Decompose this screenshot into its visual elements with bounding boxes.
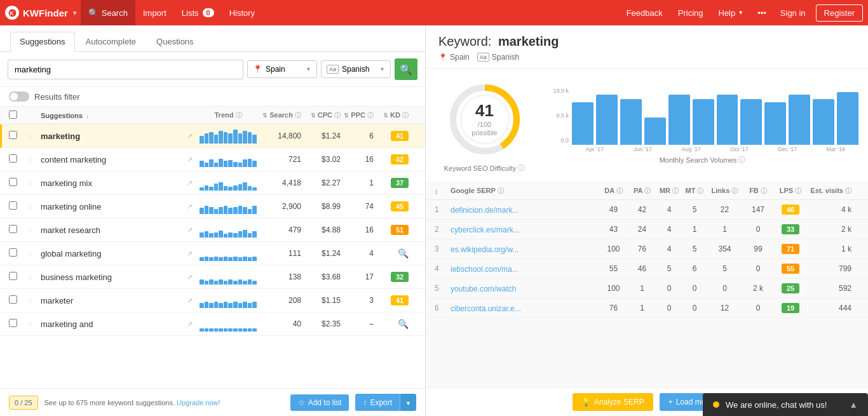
search-button[interactable]: 🔍 <box>395 58 417 80</box>
row-arrow[interactable]: ↗ <box>187 226 200 234</box>
nav-import[interactable]: Import <box>135 0 174 25</box>
serp-cell-mr: 5 <box>656 264 682 273</box>
tab-autocomplete[interactable]: Autocomplete <box>76 32 146 51</box>
nav-history[interactable]: History <box>222 0 262 25</box>
row-arrow[interactable]: ↗ <box>187 320 200 328</box>
table-row[interactable]: ☆ market research ↗ 479 <box>0 218 425 242</box>
serp-site-link[interactable]: es.wikipedia.org/w... <box>451 245 519 254</box>
row-star[interactable]: ☆ <box>27 225 41 235</box>
row-arrow[interactable]: ↗ <box>187 132 200 140</box>
serp-th-fb[interactable]: FB ⓘ <box>742 187 774 196</box>
nav-more[interactable]: ••• <box>751 0 773 25</box>
table-row[interactable]: ☆ business marketing ↗ 138 <box>0 265 425 289</box>
keyword-language-label: Spanish <box>492 53 519 62</box>
chart-info-icon[interactable]: ⓘ <box>738 155 745 164</box>
row-checkbox[interactable] <box>9 131 17 139</box>
nav-help[interactable]: Help ▼ <box>711 0 752 25</box>
tab-suggestions[interactable]: Suggestions <box>10 32 75 52</box>
th-suggestions[interactable]: Suggestions ↓ <box>41 112 200 119</box>
serp-site-link[interactable]: cyberclick.es/mark... <box>451 225 520 234</box>
nav-search[interactable]: 🔍 Search <box>81 0 135 25</box>
nav-lists[interactable]: Lists 0 <box>174 0 222 25</box>
serp-site-link[interactable]: definicion.de/mark... <box>451 206 519 215</box>
row-checkbox[interactable] <box>9 248 17 257</box>
serp-row[interactable]: 5 youtube.com/watch 100 1 0 0 0 2 k 25 5… <box>426 279 868 299</box>
chat-widget[interactable]: We are online, chat with us! ▲ <box>703 393 868 416</box>
serp-th-da[interactable]: DA ⓘ <box>599 187 628 196</box>
serp-th-links[interactable]: Links ⓘ <box>707 187 742 196</box>
serp-site-link[interactable]: ciberconta.unizar.e... <box>451 304 521 313</box>
table-row[interactable]: ☆ marketing and ↗ 40 <box>0 312 425 336</box>
serp-site-link[interactable]: youtube.com/watch <box>451 285 516 293</box>
th-checkbox[interactable] <box>9 111 27 120</box>
select-all-checkbox[interactable] <box>9 111 17 119</box>
row-star[interactable]: ☆ <box>27 319 41 329</box>
serp-row[interactable]: 6 ciberconta.unizar.e... 76 1 0 0 12 0 1… <box>426 299 868 318</box>
add-to-list-button[interactable]: ☆ Add to list <box>290 394 349 411</box>
serp-cell-pa: 24 <box>628 225 656 234</box>
serp-row[interactable]: 2 cyberclick.es/mark... 43 24 4 1 1 0 33… <box>426 220 868 239</box>
row-star[interactable]: ☆ <box>27 155 41 164</box>
signin-button[interactable]: Sign in <box>773 0 813 25</box>
row-star[interactable]: ☆ <box>27 296 41 305</box>
register-button[interactable]: Register <box>816 4 863 22</box>
serp-row[interactable]: 3 es.wikipedia.org/w... 100 76 4 5 354 9… <box>426 239 868 259</box>
row-star[interactable]: ☆ <box>27 131 41 141</box>
export-dropdown-button[interactable]: ▼ <box>400 394 416 411</box>
row-arrow[interactable]: ↗ <box>187 297 200 305</box>
row-checkbox[interactable] <box>9 154 17 163</box>
serp-th-mt[interactable]: MT ⓘ <box>682 187 707 196</box>
th-cpc[interactable]: ⇅ CPC ⓘ <box>301 111 341 120</box>
row-arrow[interactable]: ↗ <box>187 250 200 258</box>
th-search[interactable]: ⇅ Search ⓘ <box>257 111 301 120</box>
row-checkbox[interactable] <box>9 225 17 233</box>
row-star[interactable]: ☆ <box>27 272 41 282</box>
serp-th-lps[interactable]: LPS ⓘ <box>774 187 807 196</box>
language-select[interactable]: Aa Spanish ▼ <box>321 60 391 78</box>
serp-th-pa[interactable]: PA ⓘ <box>628 187 656 196</box>
row-checkbox[interactable] <box>9 178 17 186</box>
serp-row[interactable]: 4 iebschool.com/ma... 55 46 5 6 5 0 55 7… <box>426 259 868 279</box>
serp-th-site[interactable]: Google SERP ⓘ <box>451 187 599 196</box>
row-checkbox[interactable] <box>9 295 17 304</box>
row-arrow[interactable]: ↗ <box>187 156 200 164</box>
table-row[interactable]: ☆ global marketing ↗ 111 <box>0 242 425 265</box>
search-bar: 📍 Spain ▼ Aa Spanish ▼ 🔍 <box>0 52 425 87</box>
th-ppc[interactable]: ⇅ PPC ⓘ <box>341 111 374 120</box>
help-chevron-icon: ▼ <box>738 10 743 16</box>
th-trend[interactable]: Trend ⓘ <box>200 111 257 120</box>
serp-th-visits[interactable]: Est. visits ⓘ <box>807 187 851 196</box>
th-kd[interactable]: ⇅ KD ⓘ <box>374 111 409 120</box>
export-main-button[interactable]: ↑ Export <box>355 394 400 411</box>
row-arrow[interactable]: ↗ <box>187 179 200 187</box>
top-nav: K KWFinder ▼ 🔍 Search Import Lists 0 His… <box>0 0 868 25</box>
analyze-serp-button[interactable]: 💡 Analyze SERP <box>573 393 653 411</box>
logo-area[interactable]: K KWFinder ▼ <box>5 6 78 20</box>
row-checkbox[interactable] <box>9 201 17 210</box>
table-row[interactable]: ☆ marketer ↗ 208 $ <box>0 289 425 312</box>
serp-site-link[interactable]: iebschool.com/ma... <box>451 265 519 274</box>
serp-cell-da: 43 <box>599 225 628 234</box>
upgrade-link[interactable]: Upgrade now! <box>177 399 220 406</box>
table-row[interactable]: ☆ content marketing ↗ 721 <box>0 148 425 171</box>
chat-close-icon[interactable]: ▲ <box>849 399 858 410</box>
nav-feedback[interactable]: Feedback <box>619 0 670 25</box>
row-checkbox[interactable] <box>9 319 17 327</box>
row-checkbox[interactable] <box>9 272 17 280</box>
location-select[interactable]: 📍 Spain ▼ <box>247 60 317 78</box>
row-star[interactable]: ☆ <box>27 202 41 211</box>
serp-row[interactable]: 1 definicion.de/mark... 49 42 4 5 22 147… <box>426 200 868 220</box>
row-star[interactable]: ☆ <box>27 178 41 188</box>
table-row[interactable]: ☆ marketing mix ↗ 4,418 <box>0 171 425 195</box>
table-row[interactable]: ☆ marketing ↗ 14,800 <box>0 124 425 148</box>
row-star[interactable]: ☆ <box>27 249 41 258</box>
serp-th-mr[interactable]: MR ⓘ <box>656 187 682 196</box>
tab-questions[interactable]: Questions <box>147 32 203 51</box>
row-arrow[interactable]: ↗ <box>187 273 200 281</box>
row-arrow[interactable]: ↗ <box>187 203 200 211</box>
gauge-info-icon[interactable]: ⓘ <box>518 163 525 173</box>
filter-toggle[interactable] <box>9 91 29 102</box>
nav-pricing[interactable]: Pricing <box>670 0 711 25</box>
table-row[interactable]: ☆ marketing online ↗ 2,900 <box>0 195 425 218</box>
keyword-search-input[interactable] <box>8 60 243 79</box>
